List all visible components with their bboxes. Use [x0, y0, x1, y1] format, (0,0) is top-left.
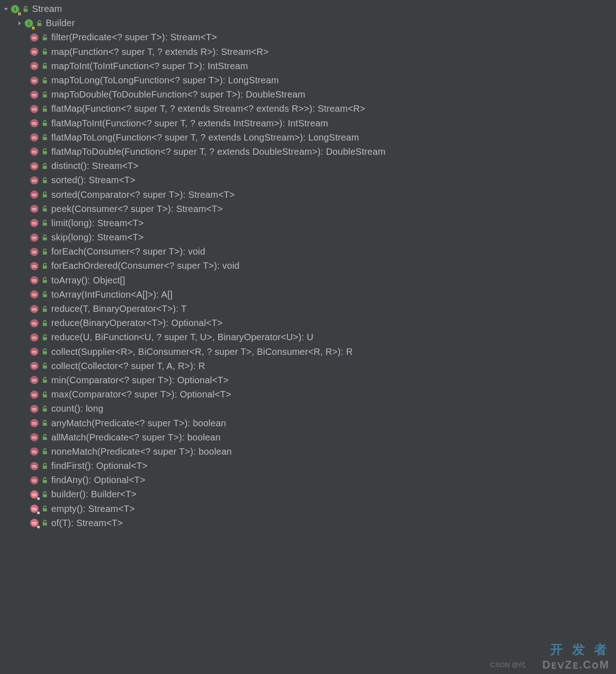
- lock-open-icon: [41, 377, 49, 383]
- tree-node-label: peek(Consumer<? super T>): Stream<T>: [51, 204, 223, 214]
- chevron-right-icon[interactable]: [16, 20, 24, 27]
- lock-open-icon: [41, 348, 49, 355]
- tree-node-label: allMatch(Predicate<? super T>): boolean: [51, 432, 221, 443]
- tree-node-method[interactable]: mtoArray(IntFunction<A[]>): A[]: [0, 288, 616, 302]
- method-icon: m: [29, 190, 39, 200]
- method-icon: m: [29, 289, 39, 299]
- svg-rect-16: [43, 237, 47, 240]
- svg-rect-17: [43, 251, 47, 255]
- tree-node-label: noneMatch(Predicate<? super T>): boolean: [51, 446, 232, 457]
- lock-open-icon: [41, 63, 49, 69]
- lock-open-icon: [41, 148, 49, 155]
- tree-node-method[interactable]: mmapToLong(ToLongFunction<? super T>): L…: [0, 73, 616, 87]
- method-icon: m: [29, 147, 39, 157]
- method-icon: m: [29, 261, 39, 271]
- lock-open-icon: [41, 120, 49, 126]
- tree-node-label: limit(long): Stream<T>: [51, 218, 144, 228]
- tree-node-method[interactable]: mtoArray(): Object[]: [0, 273, 616, 288]
- method-icon: m: [29, 304, 39, 314]
- lock-open-icon: [41, 234, 49, 241]
- tree-node-method[interactable]: mfindAny(): Optional<T>: [0, 473, 616, 487]
- tree-node-label: min(Comparator<? super T>): Optional<T>: [51, 375, 229, 386]
- method-icon: m: [29, 76, 39, 86]
- tree-node-method[interactable]: mforEach(Consumer<? super T>): void: [0, 245, 616, 259]
- svg-rect-28: [43, 408, 47, 412]
- svg-rect-33: [43, 480, 47, 483]
- tree-node-method[interactable]: mdistinct(): Stream<T>: [0, 159, 616, 173]
- tree-node-method[interactable]: mflatMapToInt(Function<? super T, ? exte…: [0, 116, 616, 130]
- tree-node-label: findAny(): Optional<T>: [51, 475, 146, 485]
- method-icon: m: [29, 47, 39, 57]
- tree-node-method[interactable]: msorted(): Stream<T>: [0, 173, 616, 187]
- tree-node-label: collect(Supplier<R>, BiConsumer<R, ? sup…: [51, 347, 353, 357]
- tree-node-stream[interactable]: I 🔒 Stream: [0, 2, 616, 16]
- tree-node-label: findFirst(): Optional<T>: [51, 461, 147, 471]
- lock-open-icon: [41, 206, 49, 212]
- tree-node-label: toArray(IntFunction<A[]>): A[]: [51, 289, 173, 300]
- chevron-down-icon[interactable]: [2, 6, 10, 12]
- lock-open-icon: [41, 434, 49, 440]
- tree-node-method[interactable]: mbuilder(): Builder<T>: [0, 487, 616, 501]
- tree-node-method[interactable]: mskip(long): Stream<T>: [0, 230, 616, 245]
- tree-node-method[interactable]: mreduce(T, BinaryOperator<T>): T: [0, 302, 616, 316]
- svg-rect-26: [43, 380, 47, 383]
- tree-node-method[interactable]: mfindFirst(): Optional<T>: [0, 459, 616, 473]
- tree-node-method[interactable]: mflatMapToLong(Function<? super T, ? ext…: [0, 130, 616, 145]
- tree-node-label: count(): long: [51, 403, 103, 414]
- lock-open-icon: [22, 6, 30, 12]
- tree-node-method[interactable]: mnoneMatch(Predicate<? super T>): boolea…: [0, 445, 616, 459]
- tree-node-method[interactable]: mempty(): Stream<T>: [0, 502, 616, 516]
- tree-node-method[interactable]: manyMatch(Predicate<? super T>): boolean: [0, 416, 616, 430]
- lock-open-icon: [41, 520, 49, 526]
- tree-node-builder[interactable]: I 🔒 Builder: [0, 16, 616, 30]
- svg-rect-13: [43, 194, 47, 197]
- tree-node-method[interactable]: mcollect(Supplier<R>, BiConsumer<R, ? su…: [0, 345, 616, 359]
- tree-node-method[interactable]: mflatMapToDouble(Function<? super T, ? e…: [0, 145, 616, 159]
- method-icon: m: [29, 175, 39, 185]
- tree-node-method[interactable]: mfilter(Predicate<? super T>): Stream<T>: [0, 30, 616, 44]
- tree-node-method[interactable]: mmapToDouble(ToDoubleFunction<? super T>…: [0, 87, 616, 102]
- svg-rect-25: [43, 365, 47, 369]
- tree-node-label: skip(long): Stream<T>: [51, 232, 144, 243]
- method-icon: m: [29, 61, 39, 71]
- tree-node-method[interactable]: mmax(Comparator<? super T>): Optional<T>: [0, 387, 616, 402]
- tree-node-method[interactable]: mlimit(long): Stream<T>: [0, 216, 616, 230]
- tree-node-method[interactable]: mof(T): Stream<T>: [0, 516, 616, 530]
- tree-node-method[interactable]: mmin(Comparator<? super T>): Optional<T>: [0, 373, 616, 387]
- tree-node-method[interactable]: mreduce(U, BiFunction<U, ? super T, U>, …: [0, 330, 616, 344]
- tree-node-label: flatMapToLong(Function<? super T, ? exte…: [51, 132, 359, 143]
- method-icon: m: [29, 489, 39, 500]
- svg-rect-30: [43, 437, 47, 440]
- tree-node-method[interactable]: mflatMap(Function<? super T, ? extends S…: [0, 102, 616, 116]
- lock-open-icon: [41, 420, 49, 426]
- method-icon: m: [29, 247, 39, 257]
- lock-open-icon: [41, 463, 49, 469]
- tree-node-method[interactable]: mmap(Function<? super T, ? extends R>): …: [0, 45, 616, 59]
- tree-node-label: builder(): Builder<T>: [51, 489, 137, 500]
- interface-icon: I 🔒: [24, 18, 34, 28]
- tree-node-method[interactable]: mcount(): long: [0, 402, 616, 416]
- lock-open-icon: [41, 291, 49, 298]
- tree-node-label: distinct(): Stream<T>: [51, 161, 139, 171]
- lock-open-icon: [41, 249, 49, 255]
- tree-node-method[interactable]: mpeek(Consumer<? super T>): Stream<T>: [0, 202, 616, 216]
- method-icon: m: [29, 475, 39, 485]
- method-icon: m: [29, 118, 39, 128]
- tree-node-method[interactable]: msorted(Comparator<? super T>): Stream<T…: [0, 187, 616, 201]
- tree-node-method[interactable]: mcollect(Collector<? super T, A, R>): R: [0, 359, 616, 373]
- method-icon: m: [29, 390, 39, 400]
- tree-node-method[interactable]: mallMatch(Predicate<? super T>): boolean: [0, 430, 616, 445]
- svg-rect-27: [43, 394, 47, 397]
- lock-open-icon: [35, 20, 43, 27]
- structure-tree[interactable]: I 🔒 Stream I 🔒 Builder mfilter(Predic: [0, 0, 616, 530]
- tree-node-label: Builder: [46, 18, 75, 28]
- tree-node-label: filter(Predicate<? super T>): Stream<T>: [51, 32, 217, 43]
- tree-node-method[interactable]: mforEachOrdered(Consumer<? super T>): vo…: [0, 259, 616, 273]
- tree-node-label: sorted(Comparator<? super T>): Stream<T>: [51, 190, 235, 200]
- lock-open-icon: [41, 320, 49, 326]
- tree-node-method[interactable]: mreduce(BinaryOperator<T>): Optional<T>: [0, 316, 616, 330]
- method-icon: m: [29, 375, 39, 385]
- method-icon: m: [29, 432, 39, 442]
- tree-node-method[interactable]: mmapToInt(ToIntFunction<? super T>): Int…: [0, 59, 616, 73]
- svg-rect-4: [43, 65, 47, 69]
